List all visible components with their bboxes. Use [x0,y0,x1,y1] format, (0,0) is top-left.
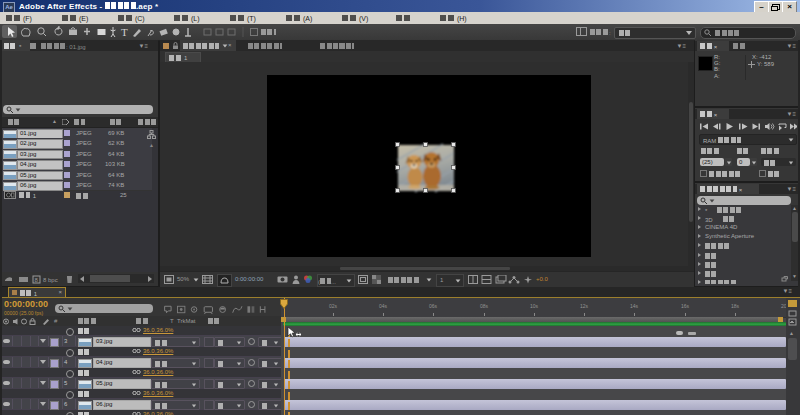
svg-text:T: T [121,26,128,38]
svg-text:8 bpc: 8 bpc [43,277,58,283]
svg-text:8: 8 [35,277,39,283]
